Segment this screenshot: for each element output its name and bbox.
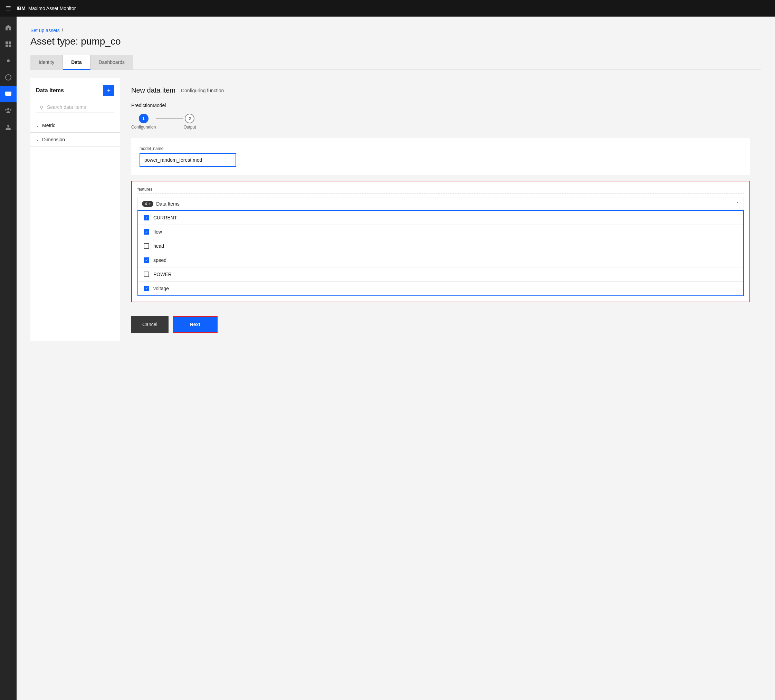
feature-item-speed[interactable]: ✓ speed [138, 253, 743, 267]
feature-head-checkbox[interactable] [144, 243, 149, 249]
tab-dashboards[interactable]: Dashboards [90, 55, 134, 70]
svg-point-8 [7, 108, 9, 110]
features-dropdown-list: ✓ CURRENT ✓ flow head [138, 210, 744, 296]
page-title: Asset type: pump_co [30, 36, 761, 47]
feature-item-flow[interactable]: ✓ flow [138, 225, 743, 239]
svg-point-10 [10, 109, 12, 110]
breadcrumb-link[interactable]: Set up assets [30, 28, 60, 33]
feature-item-power[interactable]: POWER [138, 267, 743, 282]
right-panel: New data item Configuring function Predi… [120, 78, 761, 341]
tab-identity[interactable]: Identity [30, 55, 63, 70]
features-section: features 4 × Data Items ⌃ [131, 181, 750, 302]
svg-point-11 [7, 125, 9, 127]
model-name-section: model_name [131, 138, 750, 175]
svg-point-9 [5, 109, 7, 110]
dimension-label: Dimension [42, 137, 65, 142]
feature-item-head[interactable]: head [138, 239, 743, 253]
brand: IBM Maximo Asset Monitor [17, 5, 76, 11]
sidebar [0, 17, 17, 700]
feature-power-checkbox[interactable] [144, 272, 149, 277]
badge-count: 4 [145, 202, 147, 206]
brand-ibm: IBM [17, 5, 25, 11]
feature-speed-label: speed [153, 257, 166, 263]
panel-header: Data items + [30, 85, 120, 102]
function-name: PredictionModel [131, 103, 750, 108]
svg-rect-3 [8, 45, 11, 47]
search-input[interactable] [36, 102, 114, 113]
feature-voltage-label: voltage [153, 286, 169, 291]
new-data-item-title: New data item [131, 87, 175, 94]
breadcrumb: Set up assets / [30, 28, 761, 33]
tabs: Identity Data Dashboards [30, 55, 761, 70]
search-icon: ⚲ [39, 105, 43, 110]
action-row: Cancel Next [131, 316, 750, 333]
feature-current-checkbox[interactable]: ✓ [144, 215, 149, 220]
feature-item-voltage[interactable]: ✓ voltage [138, 282, 743, 295]
step-2-label: Output [183, 125, 196, 130]
checkmark-icon: ✓ [145, 258, 148, 262]
next-button[interactable]: Next [173, 316, 218, 333]
topbar: ☰ IBM Maximo Asset Monitor [0, 0, 775, 17]
checkmark-icon: ✓ [145, 287, 148, 290]
svg-point-4 [7, 60, 10, 62]
sidebar-item-entities[interactable] [0, 102, 17, 119]
feature-current-label: CURRENT [153, 215, 177, 220]
dimension-chevron: ⌄ [36, 137, 39, 142]
sidebar-item-alerts[interactable] [0, 69, 17, 86]
content-area: Data items + ⚲ ⌄ Metric ⌄ Dimension New … [30, 78, 761, 341]
svg-rect-2 [5, 45, 8, 47]
step-1-label: Configuration [131, 125, 156, 130]
feature-flow-checkbox[interactable]: ✓ [144, 229, 149, 235]
badge-close-icon[interactable]: × [148, 202, 151, 206]
sidebar-item-devices[interactable] [0, 86, 17, 102]
step-2: 2 Output [183, 114, 196, 130]
features-dropdown-trigger[interactable]: 4 × Data Items ⌃ [138, 198, 744, 210]
breadcrumb-separator: / [62, 28, 63, 33]
sidebar-item-monitor[interactable] [0, 53, 17, 69]
brand-name: Maximo Asset Monitor [28, 5, 76, 11]
model-name-label: model_name [140, 146, 742, 151]
cancel-button[interactable]: Cancel [131, 316, 168, 333]
step-line [156, 118, 183, 118]
features-badge: 4 × [142, 201, 153, 207]
svg-rect-0 [5, 42, 8, 44]
sidebar-item-dashboard[interactable] [0, 36, 17, 53]
sidebar-item-home[interactable] [0, 19, 17, 36]
dropdown-left: 4 × Data Items [142, 201, 180, 207]
tab-data[interactable]: Data [63, 55, 90, 70]
chevron-up-icon: ⌃ [736, 202, 739, 206]
left-panel: Data items + ⚲ ⌄ Metric ⌄ Dimension [30, 78, 120, 341]
checkmark-icon: ✓ [145, 216, 148, 220]
configuring-label: Configuring function [181, 88, 224, 93]
metric-chevron: ⌄ [36, 123, 39, 128]
dropdown-label: Data Items [156, 201, 180, 207]
metric-label: Metric [42, 123, 55, 128]
add-data-item-button[interactable]: + [103, 85, 114, 96]
dimension-section[interactable]: ⌄ Dimension [30, 133, 120, 147]
svg-rect-1 [8, 42, 11, 44]
feature-item-current[interactable]: ✓ CURRENT [138, 211, 743, 225]
metric-section[interactable]: ⌄ Metric [30, 118, 120, 133]
feature-voltage-checkbox[interactable]: ✓ [144, 286, 149, 291]
features-label: features [138, 187, 744, 193]
feature-power-label: POWER [153, 272, 172, 277]
model-name-input[interactable] [140, 153, 236, 167]
feature-head-label: head [153, 243, 164, 249]
step-1: 1 Configuration [131, 114, 156, 130]
right-panel-header: New data item Configuring function [131, 87, 750, 94]
svg-rect-7 [6, 92, 11, 95]
checkmark-icon: ✓ [145, 230, 148, 234]
stepper: 1 Configuration 2 Output [131, 114, 750, 130]
function-name-text: PredictionModel [131, 103, 166, 108]
sidebar-item-users[interactable] [0, 119, 17, 135]
panel-title: Data items [36, 87, 64, 93]
feature-speed-checkbox[interactable]: ✓ [144, 257, 149, 263]
search-box: ⚲ [36, 102, 114, 113]
feature-flow-label: flow [153, 229, 162, 235]
step-1-circle: 1 [139, 114, 148, 123]
step-2-circle: 2 [185, 114, 195, 123]
main-content: Set up assets / Asset type: pump_co Iden… [17, 17, 775, 700]
menu-icon[interactable]: ☰ [5, 5, 11, 12]
